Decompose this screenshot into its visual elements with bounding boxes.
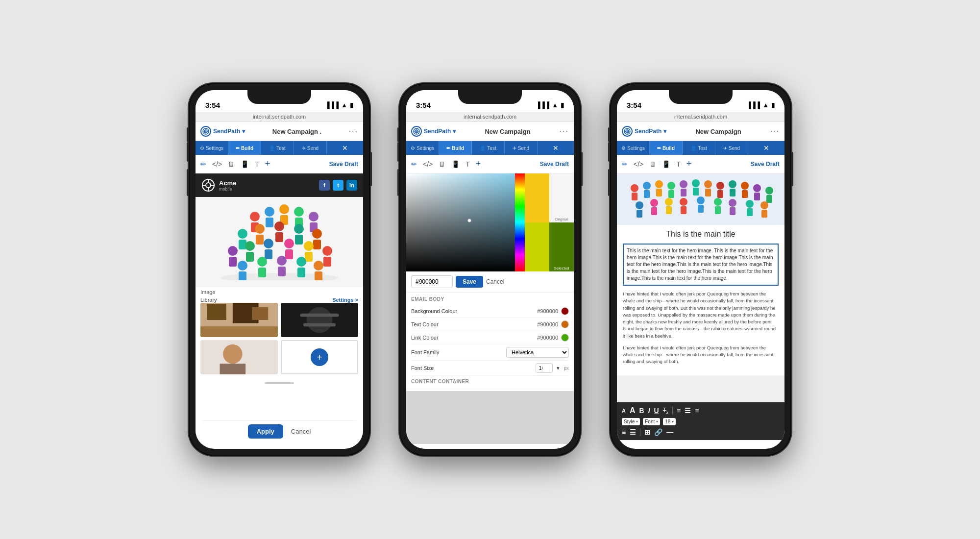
- image-thumb-3[interactable]: [200, 340, 278, 374]
- save-draft-btn-1[interactable]: Save Draft: [329, 161, 358, 168]
- rte-align-right[interactable]: ≡: [695, 407, 699, 415]
- svg-rect-89: [717, 190, 723, 198]
- email-white-content: This is the main title This is the main …: [617, 225, 784, 375]
- close-tab-3[interactable]: ✕: [748, 141, 784, 155]
- color-picker-area[interactable]: Original Selected: [406, 173, 574, 271]
- url-bar-2[interactable]: internal.sendpath.com: [406, 112, 574, 122]
- svg-point-88: [716, 182, 724, 190]
- email-scroll-area[interactable]: This is the main title This is the main …: [617, 173, 784, 402]
- more-icon-1[interactable]: ···: [349, 127, 358, 136]
- save-draft-btn-3[interactable]: Save Draft: [751, 161, 780, 168]
- bg-color-value: #900000: [537, 307, 569, 315]
- code-icon-1[interactable]: </>: [212, 160, 222, 168]
- desktop-icon-1[interactable]: 🖥: [228, 160, 235, 168]
- settings-link-1[interactable]: Settings >: [332, 297, 358, 303]
- image-thumb-2[interactable]: [281, 303, 358, 337]
- phone-1-notch: [247, 90, 311, 104]
- more-icon-2[interactable]: ···: [560, 127, 569, 136]
- add-icon-3[interactable]: +: [686, 159, 692, 169]
- tab-send-1[interactable]: ✈Send: [294, 141, 327, 155]
- cancel-color-btn[interactable]: Cancel: [486, 278, 504, 285]
- rte-underline[interactable]: U: [654, 407, 659, 415]
- code-icon-2[interactable]: </>: [423, 160, 433, 168]
- font-family-select[interactable]: Helvetica Arial Georgia Times New Roman: [506, 347, 569, 358]
- add-image-btn-1[interactable]: +: [281, 340, 358, 374]
- phone-2-screen: 3:54 ▐▐▐ ▲ ▮ internal.sendpath.com: [406, 90, 574, 449]
- svg-rect-77: [644, 190, 650, 198]
- rte-unordered-list[interactable]: ☰: [630, 428, 636, 436]
- url-bar-3[interactable]: internal.sendpath.com: [617, 112, 784, 122]
- url-bar-1[interactable]: internal.sendpath.com: [196, 112, 363, 122]
- twitter-icon-1[interactable]: t: [333, 180, 343, 191]
- svg-rect-14: [266, 218, 273, 227]
- close-tab-1[interactable]: ✕: [327, 141, 363, 155]
- pencil-icon-1[interactable]: ✏: [200, 160, 206, 168]
- pencil-icon-3[interactable]: ✏: [622, 160, 628, 168]
- hero-text-selected-3[interactable]: This is the main text for the hero image…: [623, 244, 779, 286]
- more-icon-3[interactable]: ···: [770, 127, 780, 136]
- rte-strikethrough[interactable]: Tx: [663, 407, 668, 415]
- tablet-icon-3[interactable]: 📱: [662, 160, 670, 168]
- hex-input-field[interactable]: [411, 275, 453, 288]
- add-circle-icon-1: +: [311, 348, 328, 366]
- cancel-button-1[interactable]: Cancel: [291, 428, 311, 435]
- image-thumb-1[interactable]: [200, 303, 278, 337]
- code-icon-3[interactable]: </>: [634, 160, 643, 168]
- style-select[interactable]: Style ▾: [622, 418, 640, 425]
- svg-rect-83: [681, 189, 686, 196]
- hero-image-1: [196, 197, 363, 287]
- add-icon-1[interactable]: +: [265, 159, 270, 169]
- text-color-dot[interactable]: [561, 320, 569, 328]
- rte-align-left[interactable]: ≡: [677, 407, 681, 415]
- link-color-dot[interactable]: [561, 334, 569, 342]
- gradient-field[interactable]: [406, 173, 515, 271]
- tab-test-2[interactable]: 👤Test: [472, 141, 505, 155]
- hue-slider[interactable]: [515, 173, 525, 271]
- campaign-title-3: New Campaign: [695, 128, 741, 135]
- svg-rect-50: [297, 268, 305, 277]
- pencil-icon-2[interactable]: ✏: [411, 160, 417, 168]
- tab-build-3[interactable]: ✏Build: [650, 141, 683, 155]
- tab-settings-2[interactable]: ⚙Settings: [406, 141, 439, 155]
- rte-italic[interactable]: I: [648, 407, 650, 415]
- svg-point-25: [274, 221, 284, 231]
- tab-test-3[interactable]: 👤Test: [683, 141, 715, 155]
- black-overlay: [406, 173, 515, 271]
- linkedin-icon-1[interactable]: in: [346, 180, 357, 191]
- tab-settings-3[interactable]: ⚙Settings: [617, 141, 650, 155]
- rte-font-a-large[interactable]: A: [630, 406, 636, 415]
- close-tab-2[interactable]: ✕: [538, 141, 574, 155]
- rte-bold[interactable]: B: [639, 407, 644, 415]
- svg-point-47: [277, 256, 287, 266]
- tablet-icon-2[interactable]: 📱: [451, 160, 460, 168]
- tablet-icon-1[interactable]: 📱: [241, 160, 249, 168]
- font-size-input[interactable]: [536, 363, 553, 373]
- bg-color-dot[interactable]: [561, 307, 569, 315]
- app-logo-1: SendPath ▾: [200, 126, 245, 137]
- tab-send-3[interactable]: ✈Send: [715, 141, 748, 155]
- save-draft-btn-2[interactable]: Save Draft: [540, 161, 569, 168]
- apply-button-1[interactable]: Apply: [248, 424, 283, 439]
- rte-link[interactable]: 🔗: [654, 428, 662, 436]
- tab-send-2[interactable]: ✈Send: [505, 141, 538, 155]
- facebook-icon-1[interactable]: f: [319, 180, 330, 191]
- desktop-icon-2[interactable]: 🖥: [439, 160, 445, 168]
- text-icon-3[interactable]: T: [676, 160, 681, 168]
- size-select[interactable]: 18 ▾: [663, 418, 676, 425]
- rte-hr[interactable]: —: [666, 428, 673, 436]
- font-select-rte[interactable]: Font ▾: [643, 418, 660, 425]
- rte-table[interactable]: ⊞: [644, 428, 650, 436]
- text-icon-1[interactable]: T: [255, 160, 259, 168]
- add-icon-2[interactable]: +: [476, 159, 481, 169]
- rte-align-center[interactable]: ☰: [685, 407, 691, 415]
- tab-build-1[interactable]: ✏Build: [228, 141, 261, 155]
- tab-settings-1[interactable]: ⚙Settings: [196, 141, 228, 155]
- tab-build-2[interactable]: ✏Build: [439, 141, 472, 155]
- desktop-icon-3[interactable]: 🖥: [649, 160, 656, 168]
- tab-test-1[interactable]: 👤Test: [261, 141, 294, 155]
- rte-font-a-small[interactable]: A: [622, 408, 626, 414]
- text-icon-2[interactable]: T: [466, 160, 470, 168]
- rte-ordered-list[interactable]: ≡: [622, 428, 626, 436]
- save-color-btn[interactable]: Save: [456, 276, 483, 288]
- color-picker-modal: Original Selected Save Cancel EMAI: [406, 173, 574, 391]
